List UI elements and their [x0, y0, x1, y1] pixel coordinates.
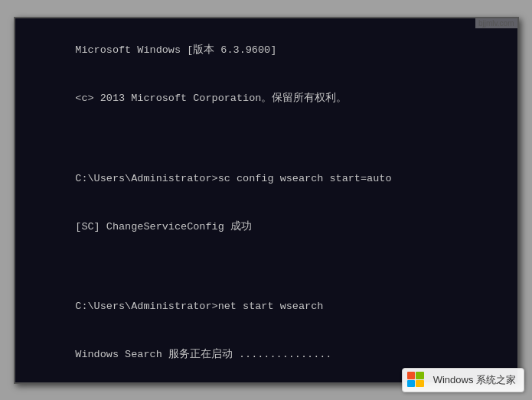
logo-pane-yellow [416, 380, 424, 388]
line-2: <c> 2013 Microsoft Corporation。保留所有权利。 [75, 93, 347, 104]
url-bar: bjjmlv.com [475, 18, 517, 28]
watermark-badge: Windows 系统之家 [402, 368, 524, 392]
cmd-window: bjjmlv.com Microsoft Windows [版本 6.3.960… [14, 17, 519, 384]
line-5: [SC] ChangeServiceConfig 成功 [75, 221, 252, 233]
line-1: Microsoft Windows [版本 6.3.9600] [75, 44, 276, 56]
line-7: C:\Users\Administrator>net start wsearch [75, 301, 323, 312]
logo-pane-blue [407, 380, 416, 388]
logo-pane-red [407, 372, 416, 379]
cmd-screen: bjjmlv.com Microsoft Windows [版本 6.3.960… [15, 18, 517, 382]
line-4: C:\Users\Administrator>sc config wsearch… [75, 173, 391, 184]
watermark-label: Windows 系统之家 [433, 373, 516, 387]
cmd-output: Microsoft Windows [版本 6.3.9600] <c> 2013… [26, 28, 507, 382]
windows-logo-icon [407, 372, 429, 389]
win-logo [407, 372, 424, 387]
outer-frame: bjjmlv.com Microsoft Windows [版本 6.3.960… [0, 0, 532, 400]
logo-pane-green [416, 372, 424, 379]
line-8: Windows Search 服务正在启动 ............... [75, 349, 331, 360]
